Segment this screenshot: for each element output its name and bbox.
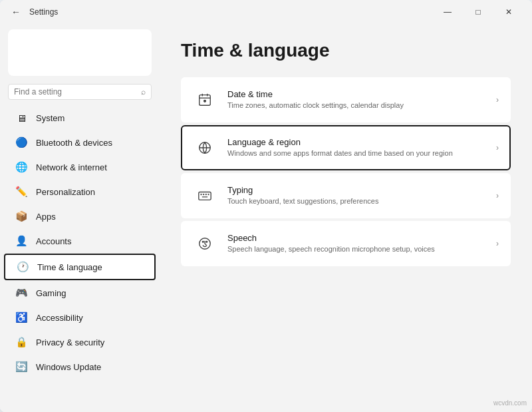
settings-item-typing[interactable]: Typing Touch keyboard, text suggestions,… bbox=[181, 173, 511, 218]
item-icon-speech bbox=[193, 232, 217, 256]
chevron-icon-date-time: › bbox=[496, 95, 499, 104]
chevron-icon-speech: › bbox=[496, 239, 499, 248]
item-title-date-time: Date & time bbox=[227, 89, 485, 99]
nav-icon-apps: 📦 bbox=[15, 210, 28, 223]
item-desc-language-region: Windows and some apps format dates and t… bbox=[227, 148, 485, 158]
titlebar-controls: — □ ✕ bbox=[432, 1, 524, 23]
titlebar-title: Settings bbox=[29, 7, 58, 17]
settings-item-language-region[interactable]: Language & region Windows and some apps … bbox=[181, 125, 511, 170]
nav-list: 🖥 System 🔵 Bluetooth & devices 🌐 Network… bbox=[0, 105, 160, 379]
sidebar-item-windows-update[interactable]: 🔄 Windows Update bbox=[4, 355, 156, 379]
item-icon-date-time bbox=[193, 88, 217, 112]
nav-label-privacy-security: Privacy & security bbox=[36, 337, 104, 347]
svg-rect-6 bbox=[199, 192, 211, 200]
titlebar-left: ← Settings bbox=[8, 4, 58, 20]
item-icon-typing bbox=[193, 184, 217, 208]
sidebar-item-network[interactable]: 🌐 Network & internet bbox=[4, 155, 156, 179]
sidebar-item-personalization[interactable]: ✏️ Personalization bbox=[4, 180, 156, 204]
sidebar-item-privacy-security[interactable]: 🔒 Privacy & security bbox=[4, 330, 156, 354]
nav-label-gaming: Gaming bbox=[36, 288, 66, 298]
nav-label-personalization: Personalization bbox=[36, 187, 95, 197]
item-desc-speech: Speech language, speech recognition micr… bbox=[227, 244, 485, 254]
nav-label-network: Network & internet bbox=[36, 162, 107, 172]
nav-icon-bluetooth: 🔵 bbox=[15, 136, 28, 149]
nav-icon-windows-update: 🔄 bbox=[15, 360, 28, 373]
sidebar-item-bluetooth[interactable]: 🔵 Bluetooth & devices bbox=[4, 130, 156, 154]
svg-point-13 bbox=[202, 241, 203, 242]
nav-label-bluetooth: Bluetooth & devices bbox=[36, 138, 112, 148]
search-icon: ⌕ bbox=[141, 87, 146, 97]
nav-icon-privacy-security: 🔒 bbox=[15, 335, 28, 349]
watermark: wcvdn.com bbox=[493, 399, 527, 407]
nav-icon-personalization: ✏️ bbox=[15, 185, 28, 198]
chevron-icon-language-region: › bbox=[496, 143, 499, 152]
sidebar-item-system[interactable]: 🖥 System bbox=[4, 106, 156, 130]
nav-icon-accessibility: ♿ bbox=[15, 311, 28, 324]
sidebar-item-accounts[interactable]: 👤 Accounts bbox=[4, 229, 156, 253]
item-icon-language-region bbox=[193, 136, 217, 160]
sidebar-item-accessibility[interactable]: ♿ Accessibility bbox=[4, 306, 156, 329]
sidebar-item-apps[interactable]: 📦 Apps bbox=[4, 204, 156, 228]
minimize-button[interactable]: — bbox=[432, 1, 463, 23]
nav-icon-system: 🖥 bbox=[15, 111, 28, 124]
nav-label-windows-update: Windows Update bbox=[36, 362, 101, 372]
settings-item-speech[interactable]: Speech Speech language, speech recogniti… bbox=[181, 221, 511, 266]
nav-label-accounts: Accounts bbox=[36, 236, 71, 246]
sidebar-item-time-language[interactable]: 🕐 Time & language bbox=[4, 254, 156, 280]
item-text-language-region: Language & region Windows and some apps … bbox=[227, 137, 485, 158]
item-text-typing: Typing Touch keyboard, text suggestions,… bbox=[227, 185, 485, 206]
nav-icon-accounts: 👤 bbox=[15, 234, 28, 248]
item-title-speech: Speech bbox=[227, 233, 485, 243]
nav-label-accessibility: Accessibility bbox=[36, 313, 83, 323]
profile-card bbox=[8, 29, 152, 76]
search-box[interactable]: ⌕ bbox=[8, 84, 152, 100]
maximize-button[interactable]: □ bbox=[463, 1, 493, 23]
main-content: ⌕ 🖥 System 🔵 Bluetooth & devices 🌐 Netwo… bbox=[0, 24, 532, 412]
chevron-icon-typing: › bbox=[496, 191, 499, 200]
nav-label-system: System bbox=[36, 113, 65, 123]
item-desc-typing: Touch keyboard, text suggestions, prefer… bbox=[227, 196, 485, 206]
sidebar: ⌕ 🖥 System 🔵 Bluetooth & devices 🌐 Netwo… bbox=[0, 24, 160, 412]
sidebar-item-gaming[interactable]: 🎮 Gaming bbox=[4, 281, 156, 305]
settings-list: Date & time Time zones, automatic clock … bbox=[181, 77, 511, 266]
svg-point-4 bbox=[204, 100, 206, 102]
search-input[interactable] bbox=[14, 87, 137, 97]
settings-window: ← Settings — □ ✕ ⌕ 🖥 System 🔵 Bluetooth … bbox=[0, 0, 532, 412]
item-text-speech: Speech Speech language, speech recogniti… bbox=[227, 233, 485, 254]
close-button[interactable]: ✕ bbox=[493, 1, 524, 23]
nav-icon-network: 🌐 bbox=[15, 160, 28, 174]
item-text-date-time: Date & time Time zones, automatic clock … bbox=[227, 89, 485, 110]
nav-label-time-language: Time & language bbox=[37, 262, 102, 272]
nav-label-apps: Apps bbox=[36, 212, 56, 222]
settings-item-date-time[interactable]: Date & time Time zones, automatic clock … bbox=[181, 77, 511, 122]
back-button[interactable]: ← bbox=[8, 4, 24, 20]
titlebar: ← Settings — □ ✕ bbox=[0, 0, 532, 24]
svg-point-14 bbox=[206, 241, 207, 242]
item-desc-date-time: Time zones, automatic clock settings, ca… bbox=[227, 101, 485, 110]
page-title: Time & language bbox=[181, 40, 511, 61]
item-title-language-region: Language & region bbox=[227, 137, 485, 147]
nav-icon-time-language: 🕐 bbox=[16, 260, 29, 274]
right-panel: Time & language Date & time Time zones, … bbox=[160, 24, 532, 412]
item-title-typing: Typing bbox=[227, 185, 485, 195]
nav-icon-gaming: 🎮 bbox=[15, 286, 28, 300]
